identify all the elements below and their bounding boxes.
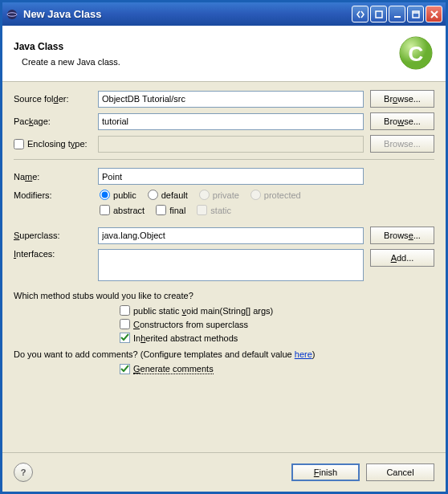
generate-comments-label: Generate comments	[133, 364, 214, 374]
interfaces-list[interactable]	[98, 249, 364, 281]
main-method-label: public static void main(String[] args)	[133, 306, 273, 316]
svg-rect-2	[376, 11, 382, 18]
inherited-methods-label: Inherited abstract methods	[133, 333, 238, 343]
main-method-checkbox[interactable]	[120, 305, 130, 316]
abstract-checkbox[interactable]	[100, 205, 110, 215]
banner-subtitle: Create a new Java class.	[22, 57, 398, 67]
minimize-button[interactable]	[389, 6, 405, 22]
package-input[interactable]	[98, 113, 364, 130]
comments-question: Do you want to add comments? (Configure …	[14, 349, 434, 359]
method-stubs-question: Which method stubs would you like to cre…	[14, 291, 434, 300]
protected-radio	[250, 190, 261, 200]
private-radio	[199, 190, 210, 200]
help-button[interactable]: ?	[14, 463, 33, 482]
svg-text:C: C	[409, 42, 424, 66]
constructors-label: Constructors from superclass	[133, 320, 248, 329]
inherited-methods-checkbox[interactable]	[120, 333, 130, 343]
enclosing-type-input	[98, 136, 364, 153]
content-area: Source folder: Browse... Package: Browse…	[2, 82, 446, 452]
browse-enclosing-button: Browse...	[370, 135, 434, 153]
add-interface-button[interactable]: Add...	[370, 249, 434, 267]
superclass-input[interactable]	[98, 227, 364, 244]
interfaces-label: Interfaces:	[14, 249, 98, 259]
browse-superclass-button[interactable]: Browse...	[370, 227, 434, 244]
package-label: Package:	[14, 116, 98, 126]
public-radio[interactable]	[100, 190, 110, 200]
modifiers-label: Modifiers:	[14, 190, 98, 200]
configure-templates-link[interactable]: here	[295, 349, 312, 359]
titlebar-restore-button[interactable]	[370, 6, 387, 22]
enclosing-type-checkbox[interactable]	[14, 139, 24, 149]
static-checkbox	[197, 205, 207, 215]
source-folder-input[interactable]	[98, 91, 364, 108]
svg-point-0	[7, 10, 17, 19]
eclipse-icon	[6, 8, 18, 21]
superclass-label: Superclass:	[14, 231, 98, 240]
browse-package-button[interactable]: Browse...	[370, 112, 434, 130]
banner-text: Java Class Create a new Java class.	[14, 41, 398, 67]
maximize-button[interactable]	[407, 6, 424, 22]
generate-comments-checkbox[interactable]	[120, 364, 130, 374]
source-folder-label: Source folder:	[14, 94, 98, 104]
banner: Java Class Create a new Java class. C	[2, 26, 446, 82]
final-checkbox[interactable]	[156, 205, 166, 215]
close-button[interactable]	[426, 6, 442, 22]
titlebar-buttons	[352, 6, 442, 22]
cancel-button[interactable]: Cancel	[366, 463, 434, 481]
new-java-class-dialog: New Java Class Java Class Create a new J…	[0, 0, 448, 494]
default-radio[interactable]	[148, 190, 158, 200]
constructors-checkbox[interactable]	[120, 319, 130, 329]
enclosing-type-label: Enclosing type:	[14, 139, 98, 149]
name-label: Name:	[14, 172, 98, 182]
browse-source-button[interactable]: Browse...	[370, 90, 434, 108]
titlebar-nav-button[interactable]	[352, 6, 369, 22]
class-wizard-icon: C	[398, 35, 434, 71]
footer: ? Finish Cancel	[2, 452, 446, 492]
svg-rect-4	[413, 11, 419, 18]
titlebar: New Java Class	[2, 2, 446, 26]
separator	[14, 159, 434, 160]
name-input[interactable]	[98, 168, 364, 185]
window-title: New Java Class	[23, 8, 352, 20]
banner-title: Java Class	[14, 41, 398, 52]
finish-button[interactable]: Finish	[291, 463, 360, 481]
